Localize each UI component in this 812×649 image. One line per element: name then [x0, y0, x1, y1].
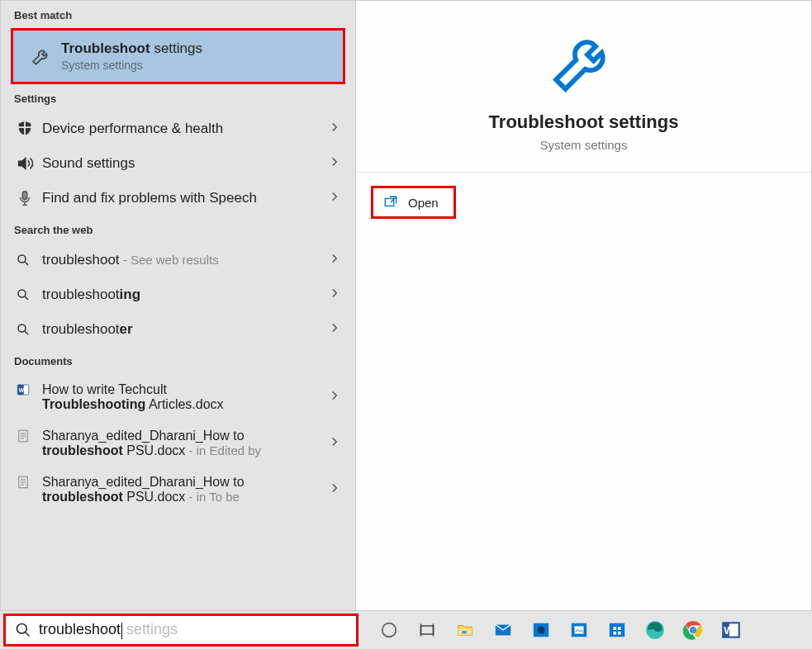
chevron-right-icon — [327, 189, 342, 207]
svg-rect-1 — [18, 126, 32, 128]
search-icon — [14, 622, 32, 638]
mail-icon[interactable] — [491, 618, 515, 642]
taskbar-search-input[interactable]: troubleshoot settings — [3, 613, 359, 647]
best-match-title-bold: Troubleshoot — [61, 40, 150, 56]
photos-icon[interactable] — [567, 618, 591, 642]
web-result-1[interactable]: troubleshoot - See web results — [1, 243, 355, 277]
open-icon — [382, 195, 400, 210]
svg-rect-24 — [462, 631, 467, 634]
preview-subtitle: System settings — [373, 138, 795, 152]
svg-point-19 — [382, 623, 397, 637]
chevron-right-icon — [327, 481, 342, 499]
search-icon — [16, 253, 42, 268]
svg-point-18 — [17, 624, 27, 634]
search-results-pane: Best match Troubleshoot settings System … — [1, 1, 356, 610]
open-button[interactable]: Open — [371, 186, 456, 219]
svg-point-4 — [18, 290, 26, 297]
search-autocomplete-text: settings — [122, 621, 178, 637]
shield-icon — [16, 120, 42, 138]
svg-rect-34 — [618, 632, 621, 635]
microphone-icon — [16, 189, 42, 207]
svg-rect-29 — [575, 626, 584, 633]
text-doc-icon — [16, 475, 42, 490]
section-best-match: Best match — [1, 1, 355, 28]
chevron-right-icon — [327, 251, 342, 269]
document-result-3[interactable]: Sharanya_edited_Dharani_How to troublesh… — [1, 467, 355, 513]
chevron-right-icon — [327, 286, 342, 304]
svg-point-5 — [18, 324, 26, 332]
svg-rect-20 — [421, 626, 434, 634]
document-result-2[interactable]: Sharanya_edited_Dharani_How to troublesh… — [1, 420, 355, 467]
preview-pane: Troubleshoot settings System settings Op… — [356, 1, 811, 610]
word-doc-icon: W — [16, 382, 42, 397]
chrome-icon[interactable] — [681, 618, 705, 642]
chevron-right-icon — [327, 320, 342, 339]
search-typed-text: troubleshoot — [39, 621, 121, 637]
cortana-icon[interactable] — [377, 618, 401, 642]
document-result-1[interactable]: W How to write Techcult Troubleshooting … — [1, 374, 355, 420]
preview-title: Troubleshoot settings — [373, 111, 795, 133]
app-tile-icon[interactable] — [529, 618, 553, 642]
svg-rect-32 — [618, 627, 621, 630]
file-explorer-icon[interactable] — [453, 618, 477, 642]
section-settings: Settings — [1, 84, 355, 111]
wrench-icon — [26, 41, 56, 71]
app-launcher-icon[interactable] — [605, 618, 629, 642]
svg-text:W: W — [19, 387, 25, 393]
open-label: Open — [408, 196, 439, 210]
chevron-right-icon — [327, 434, 342, 452]
svg-text:W: W — [724, 624, 734, 637]
settings-item-sound[interactable]: Sound settings — [1, 146, 355, 181]
settings-item-device-health[interactable]: Device performance & health — [1, 111, 355, 146]
svg-rect-30 — [610, 623, 624, 637]
chevron-right-icon — [327, 388, 342, 406]
best-match-text: Troubleshoot settings System settings — [61, 40, 330, 72]
search-icon — [16, 287, 42, 302]
best-match-subtitle: System settings — [61, 59, 330, 72]
svg-rect-31 — [613, 627, 616, 630]
svg-point-3 — [18, 255, 26, 263]
chevron-right-icon — [327, 120, 342, 138]
svg-point-37 — [690, 627, 697, 634]
text-doc-icon — [16, 429, 42, 443]
speaker-icon — [16, 154, 42, 173]
search-icon — [16, 322, 42, 337]
svg-rect-2 — [22, 192, 27, 200]
best-match-title-rest: settings — [150, 40, 202, 56]
wrench-large-icon — [373, 24, 795, 102]
task-view-icon[interactable] — [415, 618, 439, 642]
edge-icon[interactable] — [643, 618, 667, 642]
web-result-2[interactable]: troubleshooting — [1, 277, 355, 312]
taskbar: troubleshoot settings W — [0, 611, 812, 649]
best-match-result[interactable]: Troubleshoot settings System settings — [11, 28, 345, 84]
svg-point-27 — [537, 626, 544, 633]
section-search-web: Search the web — [1, 216, 355, 243]
word-icon[interactable]: W — [719, 618, 743, 642]
svg-rect-33 — [613, 632, 616, 635]
settings-item-speech[interactable]: Find and fix problems with Speech — [1, 181, 355, 216]
chevron-right-icon — [327, 154, 342, 173]
section-documents: Documents — [1, 347, 355, 374]
web-result-3[interactable]: troubleshooter — [1, 312, 355, 347]
svg-rect-17 — [385, 199, 394, 206]
